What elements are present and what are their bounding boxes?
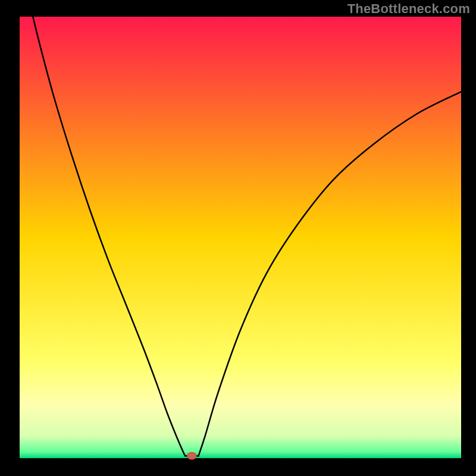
watermark-text: TheBottleneck.com bbox=[347, 1, 470, 17]
chart-svg bbox=[0, 0, 476, 476]
plot-area bbox=[20, 17, 461, 458]
min-marker bbox=[187, 452, 196, 459]
chart-canvas: TheBottleneck.com bbox=[0, 0, 476, 476]
